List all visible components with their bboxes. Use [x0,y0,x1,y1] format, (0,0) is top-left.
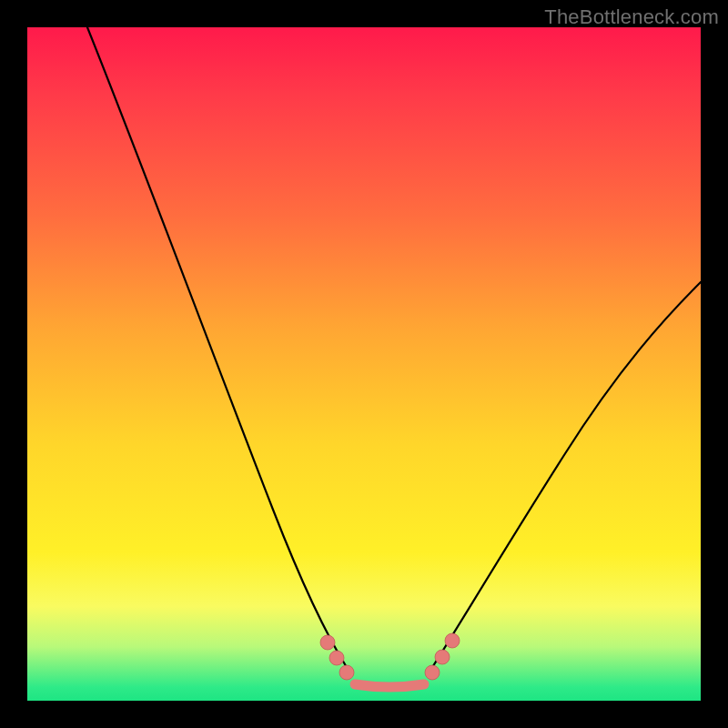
valley-flat [355,684,424,687]
svg-point-4 [435,650,450,664]
valley-beads [320,633,460,680]
svg-point-2 [339,665,354,680]
svg-point-1 [329,651,344,665]
curve-right-branch [431,282,701,669]
watermark-text: TheBottleneck.com [544,5,719,29]
svg-point-5 [445,633,460,648]
chart-frame: TheBottleneck.com [0,0,728,728]
plot-area [27,27,701,701]
bottleneck-curve [27,27,701,701]
svg-point-0 [320,635,335,650]
curve-left-branch [87,27,348,669]
svg-point-3 [425,665,440,680]
